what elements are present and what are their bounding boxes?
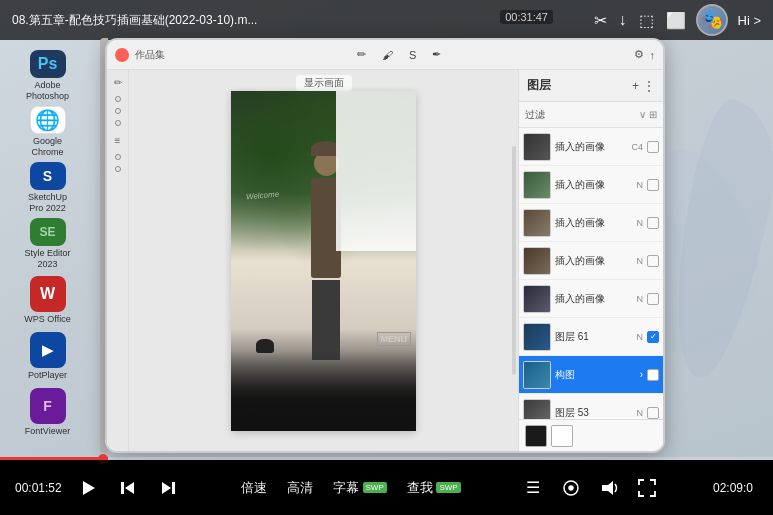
potplayer-icon[interactable]: ▶ PotPlayer — [13, 330, 83, 382]
download-icon[interactable]: ↓ — [619, 11, 627, 29]
tablet-close-button[interactable] — [115, 48, 129, 62]
tablet-frame: 作品集 ✏ 🖌 S ✒ ⚙ ↑ ✏ ≡ — [105, 38, 665, 453]
nav-dot-1 — [115, 96, 121, 102]
tablet-top-right: ⚙ ↑ — [634, 48, 656, 61]
layer-item[interactable]: 插入的画像 N — [519, 204, 663, 242]
avatar[interactable]: 🎭 — [696, 4, 728, 36]
cast-icon[interactable]: ⬜ — [666, 11, 686, 30]
layer-item[interactable]: 插入的画像 N — [519, 242, 663, 280]
tablet-toolbar: ✏ 🖌 S ✒ — [353, 46, 445, 63]
fontviewer-icon[interactable]: F FontViewer — [13, 386, 83, 438]
filter-chevron-icon[interactable]: ∨ — [639, 109, 646, 120]
layer-item[interactable]: 插入的画像 N — [519, 280, 663, 318]
panel-header-icons: + ⋮ — [632, 79, 655, 93]
figure-legs — [312, 280, 340, 360]
style-editor-icon[interactable]: SE Style Editor2023 — [13, 218, 83, 270]
hd-button[interactable]: 高清 — [281, 475, 319, 501]
pip-icon[interactable]: ⬚ — [639, 11, 654, 30]
tablet-top-bar: 作品集 ✏ 🖌 S ✒ ⚙ ↑ — [107, 40, 663, 70]
svg-marker-4 — [162, 482, 171, 494]
layer-info: 插入的画像 — [555, 292, 633, 306]
layer-visibility[interactable] — [647, 293, 659, 305]
background-color[interactable] — [551, 425, 573, 447]
svg-marker-2 — [125, 482, 134, 494]
layer-item[interactable]: 插入的画像 C4 — [519, 128, 663, 166]
layer-mode: N — [637, 408, 644, 418]
layer-item[interactable]: 图层 53 N — [519, 394, 663, 419]
playlist-button[interactable]: ☰ — [520, 475, 546, 501]
artwork-canvas[interactable]: Welcome MENU — [231, 91, 416, 431]
tool-brush[interactable]: 🖌 — [378, 47, 397, 63]
photoshop-icon[interactable]: Ps AdobePhotoshop — [13, 50, 83, 102]
layer-name: 插入的画像 — [555, 254, 633, 268]
volume-button[interactable] — [596, 475, 622, 501]
photoshop-label: AdobePhotoshop — [26, 80, 69, 102]
panel-header: 图层 + ⋮ — [519, 70, 663, 102]
prev-chapter-button[interactable] — [114, 474, 142, 502]
layer-thumbnail — [523, 361, 551, 389]
layer-thumbnail — [523, 399, 551, 420]
layer-visibility[interactable] — [647, 141, 659, 153]
tool-s[interactable]: S — [405, 47, 420, 63]
style-editor-label: Style Editor2023 — [24, 248, 70, 270]
canvas-white-area — [336, 91, 416, 251]
layer-info: 插入的画像 — [555, 216, 633, 230]
svg-marker-7 — [602, 481, 613, 495]
play-button[interactable] — [74, 474, 102, 502]
canvas-scrollbar[interactable] — [512, 146, 516, 375]
layer-visibility[interactable] — [647, 217, 659, 229]
panel-title: 图层 — [527, 77, 551, 94]
center-controls: 倍速 高清 字幕 SWP 查我 SWP — [235, 475, 467, 501]
timer-display: 00:31:47 — [500, 10, 553, 24]
layer-info: 构图 — [555, 368, 636, 382]
layer-item[interactable]: 图层 61 N ✓ — [519, 318, 663, 356]
layer-thumbnail — [523, 285, 551, 313]
panel-add-icon[interactable]: + — [632, 79, 639, 93]
wps-icon[interactable]: W WPS Office — [13, 274, 83, 326]
share-icon[interactable]: ✂ — [594, 11, 607, 30]
layers-list: 插入的画像 C4 插入的画像 N — [519, 128, 663, 419]
layer-visibility[interactable] — [647, 255, 659, 267]
chrome-icon-desktop[interactable]: 🌐 GoogleChrome — [13, 106, 83, 158]
layer-thumbnail — [523, 133, 551, 161]
chrome-label: GoogleChrome — [31, 136, 63, 158]
layers-panel: 图层 + ⋮ 过滤 ∨ ⊞ — [518, 70, 663, 451]
tablet-settings-icon[interactable]: ⚙ — [634, 48, 644, 61]
layer-name: 插入的画像 — [555, 292, 633, 306]
nav-icon-brush[interactable]: ✏ — [110, 74, 126, 90]
loop-button[interactable] — [558, 475, 584, 501]
fullscreen-button[interactable] — [634, 475, 660, 501]
layer-visibility-checked[interactable]: ✓ — [647, 331, 659, 343]
tablet-share-icon[interactable]: ↑ — [650, 49, 656, 61]
panel-menu-icon[interactable]: ⋮ — [643, 79, 655, 93]
top-bar-icons: ✂ ↓ ⬚ ⬜ — [594, 11, 686, 30]
filter-grid-icon[interactable]: ⊞ — [649, 109, 657, 120]
layer-item-active[interactable]: 构图 › — [519, 356, 663, 394]
layer-info: 图层 53 — [555, 406, 633, 420]
next-chapter-button[interactable] — [154, 474, 182, 502]
foreground-color[interactable] — [525, 425, 547, 447]
tool-pencil[interactable]: ✏ — [353, 46, 370, 63]
filter-icons: ∨ ⊞ — [639, 109, 657, 120]
display-label: 显示画面 — [296, 75, 352, 91]
portfolio-label: 作品集 — [135, 48, 165, 62]
layer-visibility[interactable] — [647, 179, 659, 191]
find-button[interactable]: 查我 SWP — [401, 475, 467, 501]
layer-name: 插入的画像 — [555, 140, 627, 154]
layer-visibility[interactable] — [647, 369, 659, 381]
sketchup-icon[interactable]: S SketchUpPro 2022 — [13, 162, 83, 214]
filter-row: 过滤 ∨ ⊞ — [519, 102, 663, 128]
nav-icon-layers[interactable]: ≡ — [110, 132, 126, 148]
layer-mode: N — [637, 218, 644, 228]
subtitle-button[interactable]: 字幕 SWP — [327, 475, 393, 501]
layer-mode: N — [637, 256, 644, 266]
layer-expand-icon[interactable]: › — [640, 369, 643, 380]
layer-mode: C4 — [631, 142, 643, 152]
layer-item[interactable]: 插入的画像 N — [519, 166, 663, 204]
nav-dot-3 — [115, 120, 121, 126]
hi-label[interactable]: Hi > — [738, 13, 761, 28]
figure-head — [314, 151, 339, 176]
speed-button[interactable]: 倍速 — [235, 475, 273, 501]
tool-pen[interactable]: ✒ — [428, 46, 445, 63]
layer-visibility[interactable] — [647, 407, 659, 419]
